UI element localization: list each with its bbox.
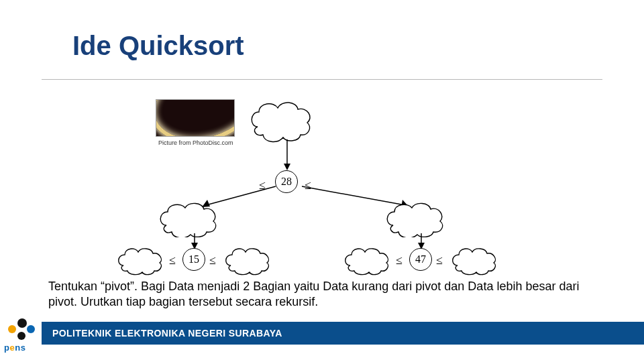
node-right: 47 [409,248,432,271]
lt-15-left: ≤ [169,253,176,267]
cloud-top [244,97,325,143]
title-divider [42,79,602,80]
lt-15-right: ≤ [209,253,216,267]
cloud-right [381,198,459,237]
footer-text: POLITEKNIK ELEKTRONIKA NEGERI SURABAYA [52,328,282,339]
lt-root-right: ≤ [305,178,311,192]
lt-47-left: ≤ [396,253,402,267]
lt-47-right: ≤ [436,253,443,267]
quicksort-diagram: 28 ≤ ≤ 15 47 [102,101,545,268]
node-root-label: 28 [281,176,292,188]
logo: pens [4,318,40,353]
cloud-leaf-4 [448,243,500,276]
cloud-leaf-1 [114,243,166,276]
node-right-label: 47 [415,253,426,265]
cloud-leaf-2 [221,243,274,276]
logo-text: pens [4,343,40,353]
lt-root-left: ≤ [259,178,266,192]
cloud-leaf-3 [341,243,393,276]
description-text: Tentukan “pivot”. Bagi Data menjadi 2 Ba… [48,279,598,310]
svg-marker-1 [284,164,290,170]
node-left: 15 [182,248,205,271]
arrow-top [283,139,291,173]
node-left-label: 15 [189,253,199,265]
page-title: Ide Quicksort [72,31,244,61]
footer-bar: POLITEKNIK ELEKTRONIKA NEGERI SURABAYA [42,322,644,345]
slide: Ide Quicksort Picture from PhotoDisc.com… [0,0,644,362]
cloud-left [154,198,232,237]
logo-dots-icon [7,318,38,343]
